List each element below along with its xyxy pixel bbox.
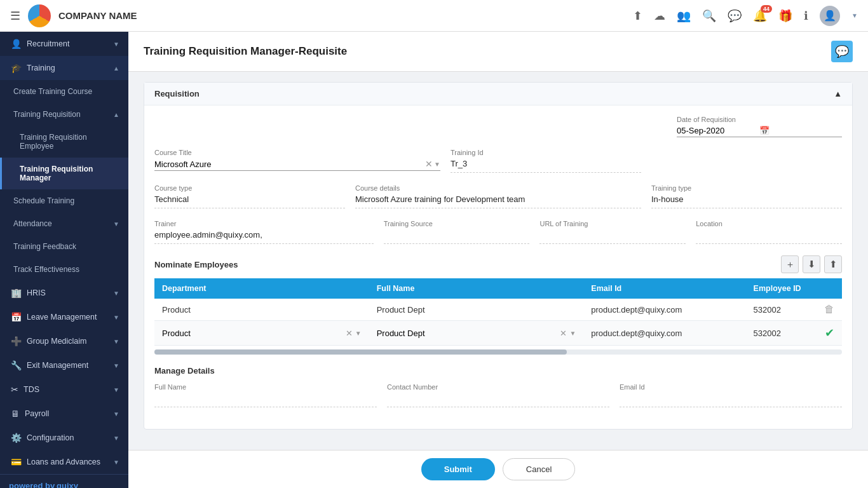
footer-bar: Submit Cancel — [128, 450, 868, 488]
cell-dept-1: Product — [154, 299, 369, 321]
exit-icon: 🔧 — [11, 360, 22, 370]
powered-by: powered by quixy — [0, 474, 128, 488]
dept-caret-2[interactable]: ▼ — [355, 330, 362, 337]
cell-name-2[interactable]: ✕ ▼ — [369, 321, 584, 346]
course-type-label: Course type — [154, 184, 345, 192]
course-title-input-row[interactable]: ✕ ▼ — [154, 159, 440, 171]
calendar-icon[interactable]: 📅 — [759, 126, 842, 135]
training-id-value: Tr_3 — [451, 159, 641, 173]
sidebar-item-track-effectiveness[interactable]: Track Effectiveness — [0, 258, 128, 281]
training-source-label: Training Source — [384, 220, 530, 227]
search-icon[interactable]: 🔍 — [702, 9, 716, 23]
cell-dept-2[interactable]: ✕ ▼ — [154, 321, 369, 346]
table-row: ✕ ▼ ✕ ▼ — [154, 321, 842, 346]
hamburger-menu[interactable]: ☰ — [10, 9, 20, 23]
gift-icon[interactable]: 🎁 — [778, 9, 792, 23]
sidebar-item-schedule-training[interactable]: Schedule Training — [0, 189, 128, 212]
cloud-icon[interactable]: ☁ — [654, 9, 665, 23]
course-title-input[interactable] — [154, 159, 425, 169]
sidebar-label-payroll: Payroll — [25, 409, 113, 418]
sidebar-item-create-training[interactable]: Create Training Course — [0, 80, 128, 103]
course-title-clear[interactable]: ✕ — [425, 159, 433, 169]
sidebar-item-training-requisition[interactable]: Training Requisition ▲ — [0, 103, 128, 126]
employees-table: Department Full Name Email Id Employee I… — [154, 278, 842, 346]
cancel-button[interactable]: Cancel — [503, 458, 575, 480]
url-value — [539, 230, 686, 244]
page-header: Training Requisition Manager-Requisite 💬 — [128, 32, 868, 72]
delete-row-1[interactable]: 🗑 — [824, 304, 834, 315]
course-title-label: Course Title — [154, 149, 440, 156]
payroll-chevron: ▼ — [113, 410, 119, 417]
dept-clear-2[interactable]: ✕ — [346, 329, 353, 338]
training-icon: 🎓 — [11, 63, 22, 73]
nominate-title: Nominate Employees — [154, 260, 238, 269]
scrollbar-thumb[interactable] — [154, 349, 567, 355]
course-details-value: Microsoft Azure training for Development… — [355, 194, 641, 208]
sidebar-label-effectiveness: Track Effectiveness — [13, 265, 119, 274]
sidebar-label-feedback: Training Feedback — [13, 242, 119, 251]
sidebar-item-loans[interactable]: 💳 Loans and Advances ▼ — [0, 450, 128, 474]
name-caret-2[interactable]: ▼ — [569, 330, 576, 337]
training-req-chevron: ▲ — [113, 111, 119, 118]
sidebar-label-recruitment: Recruitment — [27, 39, 113, 48]
name-input-2[interactable] — [377, 329, 558, 338]
sidebar-item-training-req-manager[interactable]: Training Requisition Manager — [0, 158, 128, 189]
sidebar-item-leave[interactable]: 📅 Leave Management ▼ — [0, 305, 128, 329]
horizontal-scrollbar[interactable] — [154, 349, 842, 355]
manage-title: Manage Details — [154, 366, 842, 376]
loans-icon: 💳 — [11, 457, 22, 467]
download-button[interactable]: ⬇ — [803, 255, 820, 273]
chat-button[interactable]: 💬 — [831, 41, 853, 62]
sidebar-item-exit[interactable]: 🔧 Exit Management ▼ — [0, 353, 128, 377]
training-type-value: In-house — [651, 194, 842, 208]
sidebar-item-training[interactable]: 🎓 Training ▲ — [0, 56, 128, 80]
sidebar-label-training: Training — [27, 64, 113, 72]
sidebar-item-training-req-employee[interactable]: Training Requisition Employee — [0, 126, 128, 158]
sidebar-label-req-manager: Training Requisition Manager — [20, 165, 119, 182]
chat-icon[interactable]: 💬 — [728, 9, 742, 23]
sidebar-label-mediclaim: Group Mediclaim — [27, 337, 113, 346]
user-avatar[interactable]: 👤 — [820, 6, 840, 26]
sidebar-label-req-employee: Training Requisition Employee — [20, 133, 119, 151]
sidebar-item-recruitment[interactable]: 👤 Recruitment ▼ — [0, 32, 128, 56]
share-icon[interactable]: ⬆ — [633, 9, 642, 23]
sidebar-item-attendance[interactable]: Attendance ▼ — [0, 212, 128, 235]
collapse-icon[interactable]: ▲ — [834, 89, 842, 98]
confirm-row-2[interactable]: ✔ — [825, 326, 834, 340]
course-title-caret[interactable]: ▼ — [434, 161, 440, 168]
manage-email-value — [620, 393, 842, 407]
sidebar-item-hris[interactable]: 🏢 HRIS ▼ — [0, 281, 128, 305]
cell-empid-1: 532002 🗑 — [746, 299, 842, 320]
tds-icon: ✂ — [11, 384, 18, 395]
sidebar-item-config[interactable]: ⚙️ Configuration ▼ — [0, 426, 128, 450]
company-name: COMPANY NAME — [58, 10, 137, 21]
location-value — [696, 230, 842, 244]
sidebar-item-payroll[interactable]: 🖥 Payroll ▼ — [0, 402, 128, 426]
location-label: Location — [696, 220, 842, 227]
requisition-card: Requisition ▲ Date of Requisition 05-Sep… — [144, 82, 853, 430]
add-employee-button[interactable]: ＋ — [781, 255, 799, 273]
mediclaim-chevron: ▼ — [113, 338, 119, 345]
col-department: Department — [154, 278, 369, 299]
exit-chevron: ▼ — [113, 362, 119, 369]
submit-button[interactable]: Submit — [421, 458, 495, 480]
notification-badge: 44 — [761, 5, 772, 13]
info-icon[interactable]: ℹ — [804, 9, 808, 23]
sidebar-item-training-feedback[interactable]: Training Feedback — [0, 235, 128, 258]
table-row: Product Product Dept product.dept@quixy.… — [154, 299, 842, 321]
top-navigation: ☰ COMPANY NAME ⬆ ☁ 👥 🔍 💬 🔔 44 🎁 ℹ 👤 ▼ — [0, 0, 868, 32]
upload-button[interactable]: ⬆ — [824, 255, 842, 273]
dept-input-2[interactable] — [162, 329, 343, 338]
users-icon[interactable]: 👥 — [677, 9, 691, 23]
sidebar-item-mediclaim[interactable]: ➕ Group Mediclaim ▼ — [0, 329, 128, 353]
mediclaim-icon: ➕ — [11, 336, 22, 346]
training-chevron: ▲ — [113, 65, 119, 72]
content-area: Requisition ▲ Date of Requisition 05-Sep… — [128, 72, 868, 450]
sidebar-item-tds[interactable]: ✂ TDS ▼ — [0, 377, 128, 402]
sidebar-label-hris: HRIS — [27, 288, 113, 297]
col-email: Email Id — [583, 278, 745, 299]
config-chevron: ▼ — [113, 435, 119, 442]
name-clear-2[interactable]: ✕ — [560, 329, 567, 338]
avatar-chevron[interactable]: ▼ — [851, 12, 858, 19]
notifications-icon[interactable]: 🔔 44 — [753, 9, 767, 23]
